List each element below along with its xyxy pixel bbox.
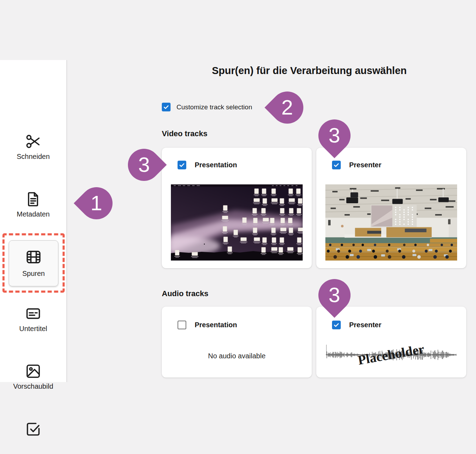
audio-track-card-presentation[interactable]: Presentation No audio available	[162, 307, 312, 378]
track-label: Presenter	[349, 321, 381, 329]
image-icon	[25, 363, 41, 379]
waveform-placeholder-text: Placeholder	[357, 342, 426, 368]
film-icon	[26, 249, 42, 266]
sidebar-item-schneiden[interactable]: Schneiden	[0, 133, 66, 161]
no-audio-message: No audio available	[162, 352, 312, 360]
video-track-card-presentation[interactable]: Presentation	[162, 148, 312, 268]
page-title: Spur(en) für die Verarbeitung auswählen	[154, 65, 465, 76]
sidebar-item-spuren[interactable]: Spuren	[9, 240, 58, 286]
sidebar-item-untertitel[interactable]: Untertitel	[0, 306, 66, 333]
sidebar-item-vorschaubild[interactable]: Vorschaubild	[0, 363, 66, 390]
audio-waveform-thumbnail: Placeholder	[325, 340, 457, 369]
audio-tracks-heading: Audio tracks	[162, 289, 208, 298]
annotation-balloon-2: 2	[265, 85, 310, 130]
video-track-card-presenter[interactable]: Presenter	[316, 148, 466, 268]
annotation-balloon-3-presentation-video: 3	[121, 142, 167, 188]
annotation-balloon-1: 1	[74, 181, 119, 226]
scissors-icon	[25, 133, 41, 149]
presentation-video-thumbnail	[171, 184, 303, 261]
sidebar-item-label: Schneiden	[17, 153, 50, 161]
presentation-video-checkbox[interactable]	[178, 161, 186, 169]
track-label: Presentation	[195, 161, 237, 169]
spuren-highlight-outline: Spuren	[2, 233, 65, 293]
editor-sidebar: Schneiden Metadaten	[0, 60, 67, 382]
customize-checkbox[interactable]	[162, 103, 171, 111]
customize-checkbox-label[interactable]: Customize track selection	[176, 103, 252, 111]
presentation-audio-checkbox[interactable]	[178, 321, 186, 329]
customize-track-selection: Customize track selection	[162, 103, 252, 111]
sidebar-item-metadaten[interactable]: Metadaten	[0, 191, 66, 218]
track-label: Presentation	[195, 321, 237, 329]
check-square-icon	[25, 421, 41, 437]
video-tracks-heading: Video tracks	[162, 129, 207, 138]
subtitles-icon	[25, 306, 41, 322]
presenter-video-thumbnail	[325, 184, 457, 261]
sidebar-item-finish[interactable]	[0, 421, 66, 440]
document-icon	[25, 191, 41, 207]
sidebar-item-label: Spuren	[22, 270, 45, 278]
sidebar-item-label: Untertitel	[19, 325, 47, 333]
presenter-video-checkbox[interactable]	[332, 161, 341, 169]
audio-track-card-presenter[interactable]: Presenter Placeholder	[316, 307, 466, 378]
presenter-audio-checkbox[interactable]	[332, 321, 341, 329]
sidebar-item-label: Vorschaubild	[13, 382, 53, 390]
track-label: Presenter	[349, 161, 381, 169]
sidebar-item-label: Metadaten	[17, 210, 50, 218]
